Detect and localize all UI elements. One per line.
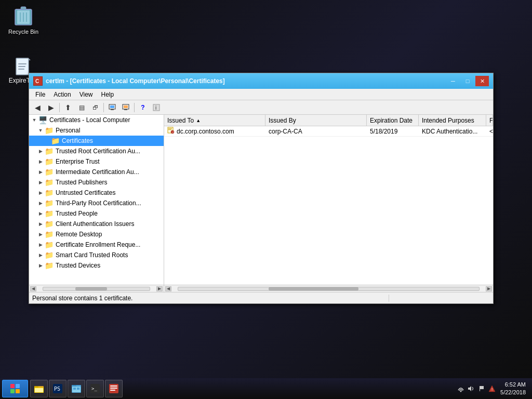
tree-root-expand[interactable]: ▼ [31,117,37,123]
tree-trusted-devices-icon: 📁 [45,261,54,270]
tree-remote-desktop-icon: 📁 [45,230,54,238]
cert-icon: ✓ [167,127,175,136]
tree-smart-card-expand[interactable]: ▶ [37,252,44,258]
tree-intermediate[interactable]: ▶ 📁 Intermediate Certification Au... [29,167,164,177]
tree-trusted-devices[interactable]: ▶ 📁 Trusted Devices [29,260,164,271]
svg-text:i: i [155,105,156,111]
tree-trusted-publishers[interactable]: ▶ 📁 Trusted Publishers [29,177,164,188]
toolbar-sep3 [134,103,135,112]
list-scroll-left-arrow[interactable]: ◀ [165,286,171,291]
toolbar-import[interactable] [119,102,132,113]
app-icon: C [33,76,43,86]
scroll-left-arrow[interactable]: ◀ [30,286,36,291]
tree-smart-card[interactable]: ▶ 📁 Smart Card Trusted Roots [29,250,164,260]
certlm-window: C certlm - [Certificates - Local Compute… [29,73,494,304]
tree-trusted-people-label: Trusted People [56,210,98,217]
list-scroll-right-arrow[interactable]: ▶ [486,286,492,291]
taskbar-cmd[interactable]: >_ [86,380,104,397]
tree-cert-enrollment-expand[interactable]: ▶ [37,242,44,248]
taskbar-file-explorer[interactable] [30,380,48,397]
taskbar-explorer2[interactable] [68,380,85,397]
svg-text:>_: >_ [91,386,97,391]
tree-trusted-root[interactable]: ▶ 📁 Trusted Root Certification Au... [29,146,164,156]
recycle-bin-icon[interactable]: Recycle Bin [5,5,42,35]
cert-row-issued-to: ✓ dc.corp.contoso.com [164,126,265,136]
tree-third-party[interactable]: ▶ 📁 Third-Party Root Certification... [29,198,164,208]
tree-cert-enrollment-icon: 📁 [45,241,54,249]
title-bar: C certlm - [Certificates - Local Compute… [29,73,493,89]
recycle-bin-image [13,5,34,26]
toolbar-help[interactable]: ? [137,102,149,113]
start-button[interactable] [2,380,28,397]
col-header-issued-to[interactable]: Issued To ▲ [164,115,265,126]
toolbar-sep2 [103,103,104,112]
toolbar-new-window[interactable]: 🗗 [89,102,101,113]
toolbar-export[interactable] [106,102,118,113]
cert-issued-to-value: dc.corp.contoso.com [177,128,234,135]
tree-trusted-devices-expand[interactable]: ▶ [37,262,44,269]
cert-row-1[interactable]: ✓ dc.corp.contoso.com corp-CA-CA 5/18/20… [164,126,493,137]
tree-certs-expand[interactable] [44,138,50,144]
menu-file[interactable]: File [31,90,49,99]
tray-network-icon [457,384,465,393]
svg-rect-45 [110,385,117,387]
svg-rect-2 [21,7,26,9]
menu-help[interactable]: Help [97,90,118,99]
tree-intermediate-expand[interactable]: ▶ [37,169,44,175]
taskbar-powershell[interactable]: PS [49,380,66,397]
cert-purposes-value: KDC Authenticatio... [422,128,477,135]
menu-view[interactable]: View [75,90,97,99]
tree-trusted-people-expand[interactable]: ▶ [37,210,44,217]
menu-action[interactable]: Action [49,90,75,99]
col-header-expiration[interactable]: Expiration Date [367,115,419,126]
system-tray: ! 6:52 AM 5/22/2018 [453,381,530,397]
tree-scroll-bar[interactable]: ◀ ▶ [29,285,164,292]
scroll-right-arrow[interactable]: ▶ [156,286,163,291]
col-header-issued-by[interactable]: Issued By [265,115,367,126]
toolbar-back[interactable]: ◀ [31,102,44,113]
tree-publishers-expand[interactable]: ▶ [37,179,44,185]
tree-remote-desktop-expand[interactable]: ▶ [37,231,44,237]
minimize-button[interactable]: ─ [446,76,460,86]
tree-personal-expand[interactable]: ▼ [37,127,44,134]
tree-trusted-root-expand[interactable]: ▶ [37,148,44,154]
tree-personal[interactable]: ▼ 📁 Personal [29,125,164,136]
tree-intermediate-label: Intermediate Certification Au... [56,168,139,176]
tree-scroll-track[interactable] [43,287,150,291]
svg-text:!: ! [491,387,493,392]
tree-untrusted-icon: 📁 [45,189,54,197]
svg-rect-9 [18,69,24,70]
maximize-button[interactable]: □ [461,76,474,86]
svg-rect-27 [10,389,15,393]
cert-row-purposes: KDC Authenticatio... [419,126,486,136]
tree-third-party-expand[interactable]: ▶ [37,200,44,206]
toolbar-forward[interactable]: ▶ [45,102,57,113]
tree-remote-desktop[interactable]: ▶ 📁 Remote Desktop [29,229,164,240]
tree-publishers-icon: 📁 [45,178,54,187]
tree-enterprise-expand[interactable]: ▶ [37,158,44,165]
toolbar-about[interactable]: i [150,102,163,113]
tree-untrusted[interactable]: ▶ 📁 Untrusted Certificates [29,188,164,198]
col-header-friendly[interactable]: Friendly N... [486,115,493,126]
tree-client-auth-expand[interactable]: ▶ [37,221,44,227]
taskbar-tools[interactable] [105,380,123,397]
toolbar-show-hide[interactable]: ▤ [75,102,88,113]
svg-rect-30 [34,386,38,388]
tree-third-party-label: Third-Party Root Certification... [56,200,141,207]
close-button[interactable]: ✕ [475,76,489,86]
svg-rect-36 [72,385,76,387]
tray-warning-icon: ! [488,384,496,393]
col-header-purposes[interactable]: Intended Purposes [419,115,486,126]
toolbar-up[interactable]: ⬆ [62,102,74,113]
list-scroll-bar[interactable]: ◀ ▶ [164,285,493,292]
tree-trusted-people[interactable]: ▶ 📁 Trusted People [29,208,164,219]
tree-enterprise[interactable]: ▶ 📁 Enterprise Trust [29,156,164,167]
tree-root[interactable]: ▼ 🖥️ Certificates - Local Computer [29,115,164,125]
tree-client-auth[interactable]: ▶ 📁 Client Authentication Issuers [29,219,164,229]
svg-rect-39 [77,388,79,390]
cert-row-issued-by: corp-CA-CA [265,126,367,136]
tree-untrusted-expand[interactable]: ▶ [37,190,44,196]
list-scroll-track[interactable] [178,287,480,291]
tree-certificates[interactable]: 📁 Certificates [29,136,164,146]
tree-cert-enrollment[interactable]: ▶ 📁 Certificate Enrollment Reque... [29,240,164,250]
